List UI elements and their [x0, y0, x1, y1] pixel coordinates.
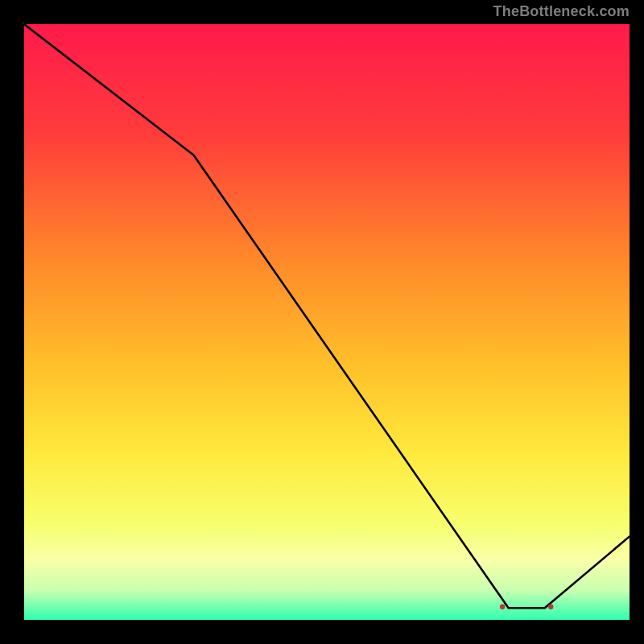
chart-svg [24, 24, 630, 620]
gradient-background [24, 24, 630, 620]
attribution-text: TheBottleneck.com [493, 3, 630, 20]
plot-area [24, 24, 630, 620]
optimal-marker-right [548, 605, 553, 609]
chart-frame: TheBottleneck.com [0, 0, 644, 644]
optimal-marker-left [500, 605, 505, 609]
